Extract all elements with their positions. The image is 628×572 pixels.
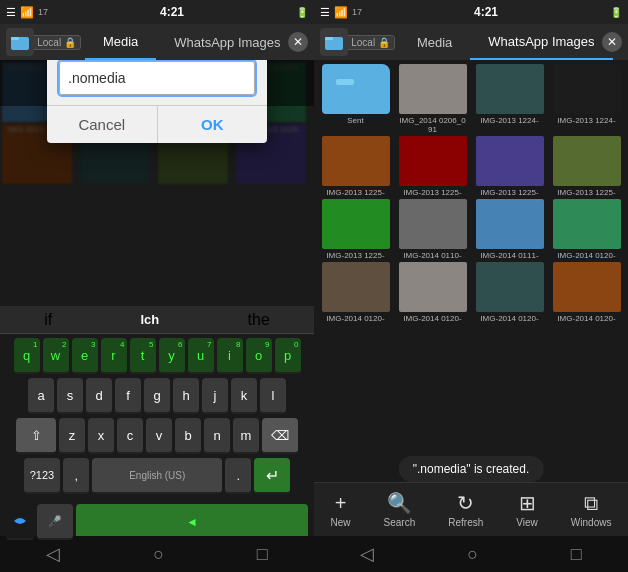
- folder-thumb-sent: [322, 64, 390, 114]
- menu-icon-right: ☰: [320, 6, 330, 19]
- toolbar-new-button[interactable]: + New: [331, 492, 351, 528]
- key-f[interactable]: f: [115, 378, 141, 414]
- tab-whatsapp-right[interactable]: WhatsApp Images: [470, 24, 612, 60]
- recent-nav-icon[interactable]: □: [257, 544, 268, 565]
- new-folder-input[interactable]: [59, 61, 255, 95]
- list-item[interactable]: IMG-2013 1225-: [395, 136, 470, 197]
- key-h[interactable]: h: [173, 378, 199, 414]
- image-thumb: [476, 64, 544, 114]
- key-c[interactable]: c: [117, 418, 143, 454]
- refresh-icon: ↻: [457, 491, 474, 515]
- right-panel: ☰ 📶 17 4:21 🔋 ☁ Local 🔒 Media WhatsApp I…: [314, 0, 628, 572]
- key-shift[interactable]: ⇧: [16, 418, 56, 454]
- key-space[interactable]: English (US): [92, 458, 222, 494]
- key-comma[interactable]: ,: [63, 458, 89, 494]
- list-item[interactable]: IMG-2014 0120-: [549, 199, 624, 260]
- key-language-left[interactable]: ◄: [76, 504, 308, 540]
- key-j[interactable]: j: [202, 378, 228, 414]
- list-item[interactable]: IMG-2013 1225-: [549, 136, 624, 197]
- key-r[interactable]: 4r: [101, 338, 127, 374]
- list-item[interactable]: IMG-2014 0110-: [395, 199, 470, 260]
- key-swiftkey[interactable]: [6, 504, 34, 540]
- home-nav-icon[interactable]: ○: [153, 544, 164, 565]
- back-nav-icon-right[interactable]: ◁: [360, 543, 374, 565]
- key-m[interactable]: m: [233, 418, 259, 454]
- tab-close-left[interactable]: ✕: [288, 32, 308, 52]
- right-status-icons: ☰ 📶 17: [320, 6, 362, 19]
- right-status-bar: ☰ 📶 17 4:21 🔋: [314, 0, 628, 24]
- right-bottom-nav: ◁ ○ □: [314, 536, 628, 572]
- image-thumb: [399, 262, 467, 312]
- suggestion-if[interactable]: if: [44, 311, 52, 329]
- ok-button[interactable]: OK: [158, 106, 268, 143]
- key-o[interactable]: 9o: [246, 338, 272, 374]
- key-i[interactable]: 8i: [217, 338, 243, 374]
- key-l[interactable]: l: [260, 378, 286, 414]
- list-item[interactable]: IMG_2014 0206_091: [395, 64, 470, 134]
- key-s[interactable]: s: [57, 378, 83, 414]
- tab-whatsapp-left[interactable]: WhatsApp Images: [156, 24, 298, 60]
- file-item-sent[interactable]: Sent: [318, 64, 393, 134]
- tab-close-right[interactable]: ✕: [602, 32, 622, 52]
- suggestion-ich[interactable]: Ich: [140, 312, 159, 327]
- toolbar-windows-button[interactable]: ⧉ Windows: [571, 492, 612, 528]
- key-b[interactable]: b: [175, 418, 201, 454]
- key-x[interactable]: x: [88, 418, 114, 454]
- key-enter[interactable]: ↵: [254, 458, 290, 494]
- list-item[interactable]: IMG-2013 1225-: [318, 199, 393, 260]
- folder-icon: [6, 28, 34, 56]
- plus-icon: +: [335, 492, 347, 515]
- list-item[interactable]: IMG-2014 0120-: [472, 262, 547, 323]
- image-thumb: [322, 136, 390, 186]
- battery-icon: 🔋: [296, 7, 308, 18]
- key-u[interactable]: 7u: [188, 338, 214, 374]
- list-item[interactable]: IMG-2014 0120-: [395, 262, 470, 323]
- key-w[interactable]: 2w: [43, 338, 69, 374]
- svg-rect-5: [336, 79, 354, 85]
- toolbar-search-button[interactable]: 🔍 Search: [384, 491, 416, 528]
- list-item[interactable]: IMG-2013 1224-: [549, 64, 624, 134]
- search-icon: 🔍: [387, 491, 412, 515]
- list-item[interactable]: IMG-2013 1224-: [472, 64, 547, 134]
- wifi-icon-right: 📶: [334, 6, 348, 19]
- key-v[interactable]: v: [146, 418, 172, 454]
- suggestion-the[interactable]: the: [248, 311, 270, 329]
- key-k[interactable]: k: [231, 378, 257, 414]
- cancel-button[interactable]: Cancel: [47, 106, 158, 143]
- left-panel: ☰ 📶 17 4:21 🔋 ☁ Local 🔒 Media WhatsApp I…: [0, 0, 314, 572]
- list-item[interactable]: IMG-2014 0120-: [318, 262, 393, 323]
- list-item[interactable]: IMG-2013 1225-: [472, 136, 547, 197]
- key-p[interactable]: 0p: [275, 338, 301, 374]
- key-y[interactable]: 6y: [159, 338, 185, 374]
- key-t[interactable]: 5t: [130, 338, 156, 374]
- key-q[interactable]: 1q: [14, 338, 40, 374]
- key-e[interactable]: 3e: [72, 338, 98, 374]
- recent-nav-icon-right[interactable]: □: [571, 544, 582, 565]
- battery-icon-right: 🔋: [610, 7, 622, 18]
- home-nav-icon-right[interactable]: ○: [467, 544, 478, 565]
- toolbar-refresh-button[interactable]: ↻ Refresh: [448, 491, 483, 528]
- toolbar-view-button[interactable]: ⊞ View: [516, 491, 538, 528]
- key-a[interactable]: a: [28, 378, 54, 414]
- svg-rect-3: [325, 37, 333, 40]
- key-z[interactable]: z: [59, 418, 85, 454]
- key-123[interactable]: ?123: [24, 458, 60, 494]
- key-g[interactable]: g: [144, 378, 170, 414]
- tab-media-right[interactable]: Media: [399, 24, 470, 60]
- back-nav-icon[interactable]: ◁: [46, 543, 60, 565]
- list-item[interactable]: IMG-2014 0111-: [472, 199, 547, 260]
- key-delete[interactable]: ⌫: [262, 418, 298, 454]
- key-n[interactable]: n: [204, 418, 230, 454]
- image-thumb: [553, 199, 621, 249]
- list-item[interactable]: IMG-2013 1225-: [318, 136, 393, 197]
- lock-icon: 🔒: [64, 37, 76, 48]
- right-toolbar: + New 🔍 Search ↻ Refresh ⊞ View ⧉ Window…: [314, 482, 628, 536]
- list-item[interactable]: IMG-2014 0120-: [549, 262, 624, 323]
- key-d[interactable]: d: [86, 378, 112, 414]
- key-mic[interactable]: 🎤: [37, 504, 73, 540]
- svg-rect-1: [11, 37, 19, 40]
- dialog-overlay: New Cancel OK: [0, 60, 314, 106]
- tab-media-left[interactable]: Media: [85, 24, 156, 60]
- key-period[interactable]: .: [225, 458, 251, 494]
- key-row-4: ?123 , English (US) . ↵: [2, 458, 312, 494]
